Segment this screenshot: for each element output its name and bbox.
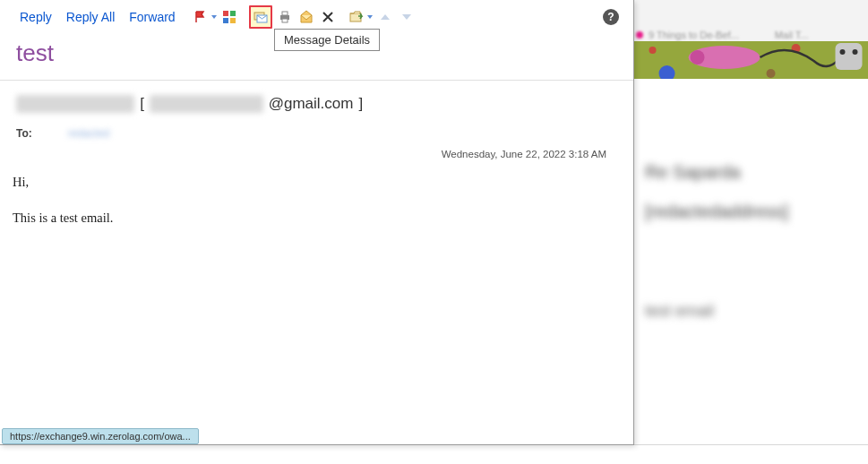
body-line-1: Hi, <box>13 174 621 192</box>
message-details-button[interactable] <box>249 5 272 29</box>
sender-name-redacted: Redacted Sender <box>16 95 134 113</box>
help-icon[interactable]: ? <box>603 9 619 25</box>
open-envelope-icon[interactable] <box>297 8 315 26</box>
from-line: Redacted Sender [redactedaddress@gmail.c… <box>16 95 617 113</box>
toolbar: Reply Reply All Forward <box>0 0 633 32</box>
move-folder-icon <box>348 8 365 26</box>
delete-icon[interactable] <box>319 8 337 26</box>
flag-icon <box>192 8 210 26</box>
svg-rect-17 <box>282 12 288 15</box>
bracket-open: [ <box>140 95 144 113</box>
status-bar-url: https://exchange9.win.zerolag.com/owa... <box>2 428 199 444</box>
sender-email-local-redacted: redactedaddress <box>150 95 263 113</box>
next-item-icon[interactable] <box>398 8 416 26</box>
to-label: To: <box>16 127 32 140</box>
print-icon[interactable] <box>276 8 294 26</box>
to-value-redacted: redacted <box>68 127 110 140</box>
svg-rect-7 <box>836 43 863 70</box>
svg-point-9 <box>853 49 858 55</box>
reply-all-button[interactable]: Reply All <box>61 8 120 26</box>
chevron-down-icon <box>211 15 217 19</box>
svg-rect-19 <box>350 13 361 21</box>
svg-rect-10 <box>223 11 228 16</box>
bg-tab-1: 9 Things to De-Bef... <box>649 30 739 40</box>
previous-item-icon[interactable] <box>376 8 394 26</box>
message-details-icon <box>252 8 270 26</box>
background-mail-preview: Re Saparda [redactedaddress] test email <box>636 134 868 348</box>
body-line-2: This is a test email. <box>13 210 621 228</box>
svg-rect-12 <box>223 18 228 23</box>
flag-dropdown[interactable] <box>192 8 217 26</box>
email-message-window: Reply Reply All Forward <box>0 0 634 445</box>
message-date: Wednesday, June 22, 2022 3:18 AM <box>0 145 633 170</box>
svg-point-2 <box>691 50 705 64</box>
tooltip: Message Details <box>274 29 380 51</box>
background-banner <box>634 41 868 79</box>
sender-email-domain: @gmail.com <box>269 95 354 113</box>
svg-point-5 <box>649 47 657 54</box>
categories-icon[interactable] <box>220 8 238 26</box>
svg-point-8 <box>840 49 846 55</box>
message-body: Hi, This is a test email. <box>0 170 633 248</box>
bg-tab-2: Mail T... <box>775 30 809 40</box>
svg-rect-18 <box>282 19 288 22</box>
bracket-close: ] <box>358 95 363 113</box>
chevron-down-icon <box>367 15 373 19</box>
svg-rect-11 <box>230 11 236 16</box>
move-dropdown[interactable] <box>348 8 373 26</box>
svg-point-6 <box>767 69 776 78</box>
forward-button[interactable]: Forward <box>124 8 180 26</box>
reply-button[interactable]: Reply <box>14 8 57 26</box>
svg-rect-13 <box>230 18 236 23</box>
